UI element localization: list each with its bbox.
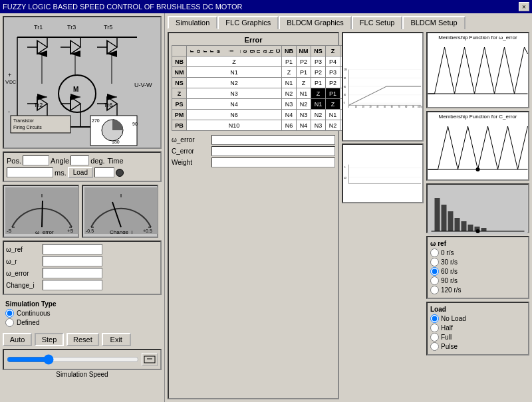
- mf-omega-title: Membership Function for ω_error: [428, 33, 528, 41]
- omega-120-label: 120 r/s: [441, 286, 462, 294]
- no-load-label: No Load: [441, 315, 466, 322]
- svg-marker-53: [107, 94, 117, 100]
- continuous-radio[interactable]: [5, 309, 14, 318]
- full-load-row: Full: [430, 333, 525, 342]
- cell-5-2: N3: [297, 110, 311, 120]
- deg-label: deg.: [90, 157, 104, 165]
- svg-rect-123: [481, 228, 487, 231]
- svg-text:1/2: 1/2: [344, 177, 347, 179]
- omega-error-val-input[interactable]: 0.02978758973: [211, 135, 335, 145]
- omega-90-row: 90 r/s: [430, 276, 525, 285]
- main-container: + V DC - Tr1 Tr3 Tr5 Tr2 Tr4 Tr6: [0, 13, 532, 402]
- omega-r-input[interactable]: 59.96833310: [43, 256, 102, 266]
- weight-val-input[interactable]: -0.0977895588: [211, 157, 335, 167]
- bar-chart-svg: [428, 185, 528, 235]
- no-load-radio[interactable]: [430, 314, 439, 323]
- angle-input[interactable]: 104: [70, 155, 89, 165]
- header-nb: NB: [282, 46, 297, 56]
- speed-slider[interactable]: [7, 354, 139, 365]
- svg-rect-116: [435, 198, 440, 231]
- cell-3-3: Z: [311, 88, 326, 99]
- half-load-radio[interactable]: [430, 324, 439, 332]
- omega-90-radio[interactable]: [430, 276, 439, 285]
- svg-point-33: [59, 75, 96, 112]
- svg-text:90: 90: [344, 77, 346, 80]
- tab-flc-graphics[interactable]: FLC Graphics: [217, 16, 279, 29]
- omega-60-radio[interactable]: [430, 267, 439, 276]
- cell-1-2: P1: [297, 67, 311, 78]
- time-input[interactable]: 55.4999999: [7, 167, 53, 177]
- vdc-label: +: [8, 72, 11, 78]
- left-panel: + V DC - Tr1 Tr3 Tr5 Tr2 Tr4 Tr6: [0, 13, 165, 402]
- svg-text:80: 80: [405, 106, 407, 108]
- full-load-radio[interactable]: [430, 333, 439, 342]
- step-button[interactable]: Step: [35, 333, 64, 346]
- omega-error-label: ω_error: [6, 270, 43, 277]
- mf-omega-svg: [428, 41, 528, 104]
- svg-text:-0.5: -0.5: [86, 229, 94, 233]
- cell-0-2: P2: [297, 56, 311, 67]
- right-panel: Simulation FLC Graphics BLDCM Graphics F…: [165, 13, 532, 402]
- close-button[interactable]: ×: [519, 2, 529, 11]
- exit-button[interactable]: Exit: [102, 333, 131, 346]
- svg-text:40: 40: [376, 106, 378, 108]
- omega-ref-row: ω_ref 60: [6, 244, 158, 254]
- tab-bar: Simulation FLC Graphics BLDCM Graphics F…: [168, 16, 529, 29]
- pos-input[interactable]: 0.288: [23, 155, 49, 165]
- continuous-radio-row: Continuous: [5, 309, 159, 318]
- speed-area: [3, 349, 162, 370]
- svg-text:+0.5: +0.5: [143, 229, 152, 233]
- omega-0-radio[interactable]: [430, 249, 439, 257]
- cell-4-4: Z: [326, 99, 340, 110]
- svg-text:60: 60: [391, 106, 393, 108]
- tab-bldcm-setup[interactable]: BLDCM Setup: [402, 16, 465, 29]
- pulse-label: Pulse: [441, 343, 458, 350]
- tab-bldcm-graphics[interactable]: BLDCM Graphics: [279, 16, 352, 29]
- svg-text:-5: -5: [7, 228, 12, 234]
- half-label: Half: [441, 324, 453, 332]
- auto-button[interactable]: Auto: [3, 333, 32, 346]
- defined-label: Defined: [17, 319, 39, 326]
- change-i-input[interactable]: -0.09778955: [43, 280, 102, 290]
- mf-c-svg: [428, 120, 528, 179]
- omega-options: ω ref 0 r/s 30 r/s 60 r/s: [426, 236, 529, 299]
- tab-flc-setup[interactable]: FLC Setup: [352, 16, 403, 29]
- omega-30-radio[interactable]: [430, 258, 439, 266]
- cell-2-3: P1: [311, 78, 326, 88]
- omega-ref-title: ω ref: [430, 240, 525, 247]
- c-error-val-label: C_error: [172, 148, 211, 155]
- omega-ref-input[interactable]: 60: [43, 244, 102, 254]
- speed-icon[interactable]: [142, 353, 158, 366]
- cell-5-3: N2: [311, 110, 326, 120]
- reset-button[interactable]: Reset: [66, 333, 99, 346]
- pulse-load-radio[interactable]: [430, 342, 439, 351]
- load-val-input[interactable]: 0 nm: [94, 167, 114, 177]
- load-button[interactable]: Load: [68, 167, 93, 178]
- cell-0-0: Z: [187, 56, 282, 67]
- omega-error-input[interactable]: 0.029787589: [43, 268, 102, 278]
- omega-ref-label: ω_ref: [6, 246, 43, 253]
- omega-120-radio[interactable]: [430, 286, 439, 294]
- no-load-row: No Load: [430, 314, 525, 323]
- c-error-val-input[interactable]: 0.02034138824: [211, 146, 335, 156]
- cell-4-1: N3: [282, 99, 297, 110]
- defined-radio[interactable]: [5, 318, 14, 327]
- svg-rect-117: [442, 205, 447, 231]
- svg-line-67: [42, 201, 43, 227]
- svg-text:1: 1: [344, 166, 346, 169]
- right-side-panel: Membership Function for ω_error Membersh…: [426, 32, 529, 399]
- cell-4-2: N2: [297, 99, 311, 110]
- svg-text:30: 30: [370, 106, 372, 108]
- omega-error-row: ω_error 0.029787589: [6, 268, 158, 278]
- cell-3-4: P1: [326, 88, 340, 99]
- row-header-PS: PS: [172, 99, 187, 110]
- tab-simulation[interactable]: Simulation: [168, 16, 217, 29]
- svg-text:-: -: [8, 108, 10, 115]
- svg-marker-41: [37, 94, 47, 100]
- info-box: ω_ref 60 ω_r 59.96833310 ω_error 0.02978…: [3, 241, 162, 295]
- row-header-NM: NM: [172, 67, 187, 78]
- weight-val-label: Weight: [172, 159, 211, 166]
- angle-label: Angle: [51, 157, 69, 165]
- load-options: Load No Load Half Full: [426, 302, 529, 355]
- bar-chart: [426, 183, 529, 233]
